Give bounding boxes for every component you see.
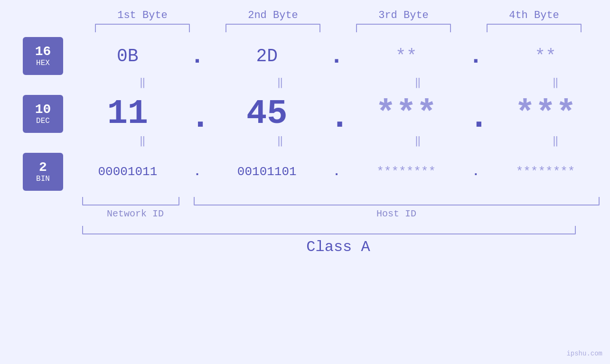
class-bracket — [82, 226, 576, 234]
host-id-bracket — [194, 197, 600, 205]
bin-b4: ******** — [498, 165, 593, 179]
hex-b3: ** — [359, 46, 454, 66]
byte4-header: 4th Byte — [482, 9, 586, 21]
dec-dot1: . — [190, 98, 205, 137]
bin-dot3: . — [469, 165, 483, 179]
bracket-byte4 — [487, 24, 582, 32]
bin-badge-label: BIN — [36, 175, 50, 183]
bracket-byte1 — [95, 24, 190, 32]
dec-b2: 45 — [219, 94, 314, 133]
bin-row: 2 BIN 00001011 . 00101101 . ******** . *… — [0, 153, 610, 191]
hex-dot2: . — [329, 43, 344, 70]
bracket-byte2 — [225, 24, 320, 32]
equals-row-1: ‖ ‖ ‖ ‖ — [88, 76, 610, 89]
main-container: 1st Byte 2nd Byte 3rd Byte 4th Byte 16 H… — [0, 0, 610, 364]
bottom-brackets-row — [77, 197, 600, 205]
top-brackets — [77, 24, 600, 32]
hex-badge-label: HEX — [36, 59, 50, 67]
hex-dot1: . — [190, 43, 205, 70]
dec-badge-number: 10 — [35, 103, 51, 117]
network-id-label: Network ID — [77, 208, 194, 219]
dec-b4: *** — [498, 94, 593, 133]
bin-b1: 00001011 — [80, 165, 175, 179]
bin-b3: ******** — [359, 165, 454, 179]
hex-row: 16 HEX 0B . 2D . ** . ** — [0, 37, 610, 75]
dec-dot3: . — [469, 98, 483, 137]
host-id-label: Host ID — [194, 208, 600, 219]
dec-b3: *** — [359, 94, 454, 133]
bin-values: 00001011 . 00101101 . ******** . *******… — [73, 165, 601, 179]
byte1-header: 1st Byte — [90, 9, 195, 21]
dec-b1: 11 — [80, 94, 175, 133]
dec-row: 10 DEC 11 . 45 . *** . *** — [0, 94, 610, 133]
id-labels: Network ID Host ID — [77, 208, 600, 219]
hex-b4: ** — [498, 46, 593, 66]
byte-headers: 1st Byte 2nd Byte 3rd Byte 4th Byte — [77, 9, 600, 21]
eq1-b3: ‖ — [370, 76, 465, 89]
byte3-header: 3rd Byte — [351, 9, 456, 21]
bracket-byte3 — [356, 24, 451, 32]
bottom-section: Network ID Host ID Class A — [77, 193, 600, 256]
dec-badge: 10 DEC — [23, 95, 63, 133]
hex-values: 0B . 2D . ** . ** — [73, 43, 601, 70]
hex-b1: 0B — [80, 46, 175, 66]
watermark: ipshu.com — [566, 350, 602, 357]
eq1-b4: ‖ — [508, 76, 603, 89]
eq2-b3: ‖ — [370, 134, 465, 147]
dec-dot2: . — [329, 98, 344, 137]
eq2-b1: ‖ — [95, 134, 190, 147]
bin-badge-number: 2 — [39, 160, 47, 175]
hex-dot3: . — [469, 43, 483, 70]
network-id-bracket — [82, 197, 179, 205]
bin-b2: 00101101 — [219, 165, 314, 179]
eq1-b2: ‖ — [233, 76, 328, 89]
bin-dot2: . — [329, 165, 344, 179]
class-label: Class A — [77, 238, 600, 256]
byte2-header: 2nd Byte — [221, 9, 325, 21]
bin-dot1: . — [190, 165, 205, 179]
dec-values: 11 . 45 . *** . *** — [73, 94, 601, 133]
hex-badge-number: 16 — [35, 45, 51, 59]
hex-badge: 16 HEX — [23, 37, 63, 75]
hex-b2: 2D — [219, 46, 314, 66]
eq2-b2: ‖ — [233, 134, 328, 147]
bin-badge: 2 BIN — [23, 153, 63, 191]
eq1-b1: ‖ — [95, 76, 190, 89]
dec-badge-label: DEC — [36, 117, 50, 125]
eq2-b4: ‖ — [508, 134, 603, 147]
